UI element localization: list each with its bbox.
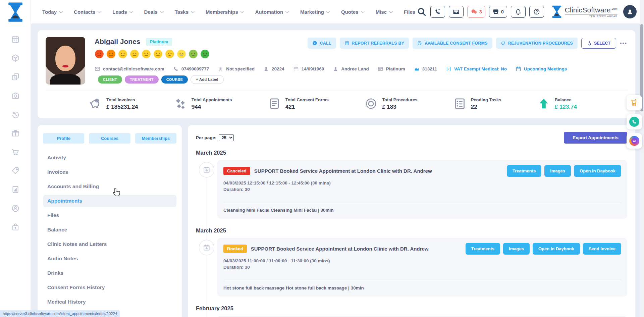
sidebar-item-drinks[interactable]: Drinks bbox=[43, 267, 176, 279]
contact-vat-exempt-medical-no[interactable]: VAT Exempt Medical: No bbox=[446, 66, 507, 72]
images-button[interactable]: Images bbox=[503, 243, 530, 255]
contact-upcoming-meetings[interactable]: Upcoming Meetings bbox=[516, 66, 567, 72]
export-appointments-button[interactable]: Export Appointments bbox=[564, 132, 627, 144]
history-icon[interactable] bbox=[11, 110, 20, 119]
sidebar-item-invoices[interactable]: Invoices bbox=[43, 166, 176, 178]
treatments-button[interactable]: Treatments bbox=[466, 243, 500, 255]
sidebar-item-accounts-and-billing[interactable]: Accounts and Billing bbox=[43, 180, 176, 193]
call-button[interactable]: CALL bbox=[308, 38, 336, 49]
cart-float-button[interactable] bbox=[627, 95, 642, 110]
briefcase-lock-icon[interactable] bbox=[11, 223, 20, 231]
nav-item-automation[interactable]: Automation bbox=[255, 9, 288, 15]
tab-memberships[interactable]: Memberships bbox=[135, 133, 176, 144]
nav-item-deals[interactable]: Deals bbox=[144, 9, 163, 15]
sidebar-item-appointments[interactable]: Appointments bbox=[43, 195, 176, 207]
report-referrals-by-button[interactable]: REPORT REFERRALS BY bbox=[340, 38, 409, 49]
top-bar: TodayContactsLeadsDealsTasksMembershipsA… bbox=[31, 0, 644, 23]
month-heading: February 2025 bbox=[196, 305, 627, 312]
label-pill-treatment[interactable]: TREATMENT bbox=[125, 75, 159, 84]
rejuvenation-procedures-button[interactable]: REJUVENATION PROCEDURES bbox=[496, 38, 578, 49]
satisfaction-face-9-icon[interactable] bbox=[189, 49, 198, 59]
chevron-down-icon bbox=[59, 9, 63, 13]
search-icon[interactable] bbox=[417, 7, 427, 17]
phone-icon bbox=[434, 8, 441, 15]
sidebar-item-clinic-notes-and-letters[interactable]: Clinic Notes and Letters bbox=[43, 238, 176, 250]
appointment-card: Canceled SUPPORT Booked Service Appointm… bbox=[217, 160, 627, 219]
dialer-button[interactable] bbox=[430, 6, 445, 18]
gift-icon[interactable] bbox=[11, 129, 20, 138]
storefront-icon bbox=[492, 8, 499, 15]
label-pill-client[interactable]: CLIENT bbox=[98, 75, 122, 84]
nav-item-marketing[interactable]: Marketing bbox=[300, 9, 329, 15]
clinicsoftware-logo[interactable]: ClinicSoftware.com TEN STEPS AHEAD bbox=[551, 5, 618, 18]
contact-text: Upcoming Meetings bbox=[524, 66, 567, 71]
add-label-button[interactable]: + Add Label bbox=[191, 75, 224, 84]
contact-07490009777[interactable]: 07490009777 bbox=[173, 66, 209, 72]
scrollbar[interactable] bbox=[640, 0, 644, 317]
stat-value: £ 123.74 bbox=[555, 104, 577, 110]
sidebar-item-consent-forms-history[interactable]: Consent Forms History bbox=[43, 281, 176, 294]
nav-item-contacts[interactable]: Contacts bbox=[74, 9, 100, 15]
clinicsoftware-logo-mark[interactable] bbox=[7, 3, 24, 21]
send-invoice-button[interactable]: Send Invoice bbox=[583, 243, 621, 255]
whatsapp-icon bbox=[629, 117, 639, 127]
nav-item-leads[interactable]: Leads bbox=[112, 9, 132, 15]
nav-item-today[interactable]: Today bbox=[42, 9, 62, 15]
nav-item-files[interactable]: Files bbox=[404, 9, 415, 15]
calendar-date-icon[interactable]: 12 bbox=[11, 35, 20, 44]
nav-item-quotes[interactable]: Quotes bbox=[341, 9, 364, 15]
tab-courses[interactable]: Courses bbox=[89, 133, 130, 144]
report-icon[interactable] bbox=[11, 185, 20, 194]
available-consent-forms-button[interactable]: AVAILABLE CONSENT FORMS bbox=[413, 38, 492, 49]
satisfaction-face-3-icon[interactable] bbox=[118, 49, 127, 59]
select-button[interactable]: SELECT bbox=[581, 38, 616, 49]
sidebar-item-audio-notes[interactable]: Audio Notes bbox=[43, 253, 176, 265]
appointment-datetime: 04/03/2025 11:00:00 / 11:00:00 - 11:30:0… bbox=[223, 258, 621, 263]
nav-label: Leads bbox=[112, 9, 127, 15]
notifications-button[interactable] bbox=[511, 6, 526, 18]
sidebar-item-balance[interactable]: Balance bbox=[43, 224, 176, 236]
camera-icon[interactable] bbox=[11, 91, 20, 100]
chat-button[interactable]: 3 bbox=[467, 6, 485, 18]
whatsapp-float-button[interactable] bbox=[627, 114, 642, 129]
nav-item-tasks[interactable]: Tasks bbox=[175, 9, 194, 15]
nav-label: Automation bbox=[255, 9, 283, 15]
label-pill-course[interactable]: COURSE bbox=[161, 75, 188, 84]
nav-item-memberships[interactable]: Memberships bbox=[206, 9, 243, 15]
satisfaction-face-7-icon[interactable] bbox=[165, 49, 174, 59]
sidebar-item-medical-history[interactable]: Medical History bbox=[43, 296, 176, 308]
tab-profile[interactable]: Profile bbox=[43, 133, 84, 144]
help-button[interactable] bbox=[529, 6, 544, 18]
satisfaction-face-6-icon[interactable] bbox=[153, 49, 163, 59]
timeline bbox=[196, 238, 217, 297]
treatments-button[interactable]: Treatments bbox=[507, 165, 541, 177]
support-agent-icon[interactable] bbox=[11, 204, 20, 213]
ai-float-button[interactable]: AI bbox=[627, 133, 642, 149]
open-in-daybook-button[interactable]: Open in Daybook bbox=[574, 165, 621, 177]
stat-total-invoices: Total Invoices£ 185231.24 bbox=[89, 97, 138, 110]
satisfaction-face-8-icon[interactable] bbox=[177, 49, 186, 59]
open-in-daybook-button[interactable]: Open In Daybook bbox=[533, 243, 580, 255]
sidebar-item-files[interactable]: Files bbox=[43, 209, 176, 221]
satisfaction-face-1-icon[interactable] bbox=[95, 49, 104, 59]
phone-icon bbox=[173, 66, 179, 72]
nav-item-misc[interactable]: Misc bbox=[376, 9, 392, 15]
stat-balance: Balance£ 123.74 bbox=[537, 97, 577, 110]
copies-icon[interactable] bbox=[11, 72, 20, 81]
sidebar-item-activity[interactable]: Activity bbox=[43, 152, 176, 164]
more-actions-button[interactable]: ••• bbox=[620, 40, 627, 46]
satisfaction-face-10-icon[interactable] bbox=[200, 49, 210, 59]
inbox-button[interactable] bbox=[449, 6, 464, 18]
package-icon[interactable] bbox=[11, 54, 20, 62]
per-page-select[interactable]: 25 bbox=[219, 134, 234, 141]
contact-contact-clinicsoftware-com[interactable]: contact@clinicsoftware.com bbox=[95, 66, 164, 72]
price-tag-icon[interactable] bbox=[11, 166, 20, 175]
user-avatar[interactable] bbox=[623, 5, 637, 18]
appointment-group: February 2025 Booked SUPPORT Booked Serv… bbox=[196, 305, 627, 317]
satisfaction-face-4-icon[interactable] bbox=[130, 49, 139, 59]
cart-icon[interactable] bbox=[11, 148, 20, 156]
store-button[interactable]: 0 bbox=[489, 6, 507, 18]
satisfaction-face-2-icon[interactable] bbox=[106, 49, 116, 59]
satisfaction-face-5-icon[interactable] bbox=[142, 49, 151, 59]
images-button[interactable]: Images bbox=[544, 165, 571, 177]
